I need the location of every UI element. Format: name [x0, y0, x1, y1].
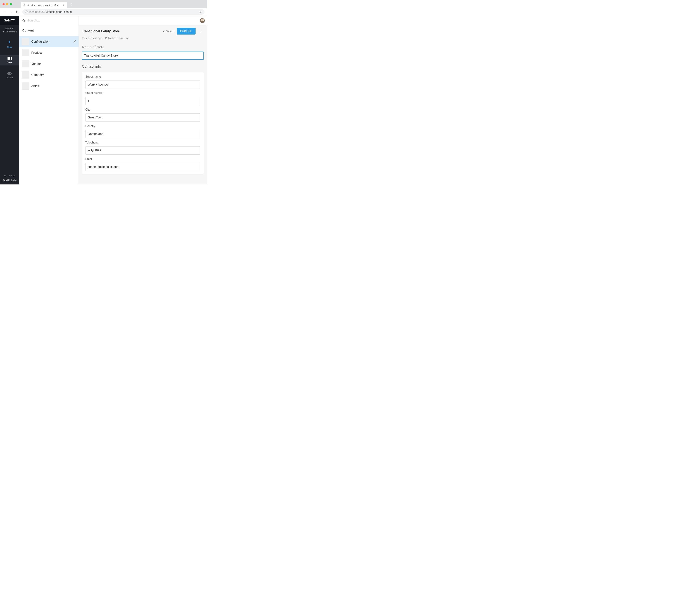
brand-logo[interactable]: SANITY: [0, 16, 19, 25]
eye-icon: [7, 72, 12, 75]
list-item-product[interactable]: Product: [19, 47, 79, 58]
content-pane: Content Configuration Product Vendor Cat…: [19, 16, 79, 184]
status-up-to-date: Up to date: [4, 174, 15, 177]
rail-item-label: New: [7, 46, 12, 48]
close-window-icon[interactable]: [2, 3, 5, 5]
edit-icon[interactable]: [73, 40, 76, 43]
city-input[interactable]: [85, 113, 200, 122]
label-email: Email: [85, 157, 200, 161]
check-icon: ✓: [163, 30, 165, 32]
editor-pane: Transglobal Candy Store ✓ Synced PUBLISH…: [79, 16, 207, 184]
kebab-menu-icon[interactable]: ⋮: [198, 29, 204, 33]
svg-line-2: [24, 21, 25, 22]
contact-info-card: Street name Street number City Country T…: [82, 72, 204, 174]
list-item-label: Category: [31, 73, 44, 77]
sync-status: ✓ Synced: [163, 30, 174, 32]
reload-button[interactable]: ⟳: [16, 10, 19, 14]
doc-title: Transglobal Candy Store: [82, 29, 160, 33]
left-rail: SANITY structure-documentation + New Des…: [0, 16, 19, 184]
list-item-configuration[interactable]: Configuration: [19, 36, 79, 47]
label-street-number: Street number: [85, 92, 200, 95]
published-meta: Published 8 days ago: [105, 37, 129, 40]
sync-label: Synced: [166, 30, 174, 32]
section-contact-info: Contact info: [82, 64, 204, 68]
list-item-label: Configuration: [31, 40, 49, 43]
plus-icon: +: [8, 39, 11, 45]
maximize-window-icon[interactable]: [10, 3, 12, 5]
search-bar: [19, 16, 79, 25]
email-input[interactable]: [85, 163, 200, 171]
studio-brand: SANITYStudio: [2, 179, 17, 182]
label-city: City: [85, 108, 200, 111]
url-port: :3333: [41, 10, 48, 14]
store-name-input[interactable]: [82, 51, 204, 60]
rail-item-vision[interactable]: Vision: [0, 70, 19, 81]
street-name-input[interactable]: [85, 81, 200, 89]
street-number-input[interactable]: [85, 97, 200, 105]
list-item-label: Article: [31, 84, 40, 88]
project-name: structure-documentation: [1, 27, 18, 33]
list-item-article[interactable]: Article: [19, 81, 79, 92]
label-country: Country: [85, 125, 200, 128]
thumb-icon: [22, 71, 29, 79]
thumb-icon: [22, 60, 29, 67]
rail-item-label: Desk: [7, 61, 12, 64]
thumb-icon: [22, 83, 29, 90]
bookmark-star-icon[interactable]: ☆: [199, 10, 202, 14]
tab-strip: S structure-documentation - San ✕ +: [0, 0, 207, 8]
avatar[interactable]: [200, 18, 205, 23]
list-item-label: Product: [31, 51, 42, 54]
url-path: /desk/global-config: [48, 10, 71, 14]
forward-button[interactable]: →: [9, 10, 13, 14]
columns-icon: [7, 57, 12, 60]
list-item-category[interactable]: Category: [19, 69, 79, 81]
publish-button[interactable]: PUBLISH: [177, 28, 196, 35]
country-input[interactable]: [85, 130, 200, 138]
rail-footer: Up to date SANITYStudio: [0, 174, 19, 184]
back-button[interactable]: ←: [2, 10, 6, 14]
list-item-label: Vendor: [31, 62, 41, 66]
rail-item-label: Vision: [6, 76, 13, 79]
content-heading: Content: [19, 25, 79, 36]
app: SANITY structure-documentation + New Des…: [0, 16, 207, 184]
favicon-icon: S: [23, 4, 26, 6]
search-input[interactable]: [27, 19, 75, 22]
rail-item-new[interactable]: + New: [0, 38, 19, 50]
address-bar[interactable]: ⓘ localhost:3333/desk/global-config ☆: [22, 9, 204, 15]
browser-tab[interactable]: S structure-documentation - San ✕: [21, 2, 67, 8]
minimize-window-icon[interactable]: [6, 3, 8, 5]
window-controls[interactable]: [2, 3, 12, 5]
search-icon[interactable]: [22, 19, 25, 22]
topbar-right: [79, 16, 207, 25]
section-name-of-store: Name of store: [82, 45, 204, 49]
list-item-vendor[interactable]: Vendor: [19, 58, 79, 69]
url-host: localhost: [29, 10, 41, 14]
thumb-icon: [22, 38, 29, 45]
form: Name of store Contact info Street name S…: [79, 41, 207, 178]
browser-chrome: S structure-documentation - San ✕ + ← → …: [0, 0, 207, 16]
label-telephone: Telephone: [85, 141, 200, 144]
label-street-name: Street name: [85, 75, 200, 79]
toolbar: ← → ⟳ ⓘ localhost:3333/desk/global-confi…: [0, 8, 207, 16]
thumb-icon: [22, 49, 29, 57]
telephone-input[interactable]: [85, 146, 200, 155]
doc-header: Transglobal Candy Store ✓ Synced PUBLISH…: [79, 25, 207, 41]
site-info-icon[interactable]: ⓘ: [25, 10, 27, 14]
tab-title: structure-documentation - San: [27, 4, 59, 6]
rail-item-desk[interactable]: Desk: [0, 55, 19, 65]
edited-meta: Edited 8 days ago: [82, 37, 102, 40]
new-tab-button[interactable]: +: [69, 2, 74, 6]
svg-point-0: [9, 73, 10, 74]
close-tab-icon[interactable]: ✕: [62, 4, 65, 6]
